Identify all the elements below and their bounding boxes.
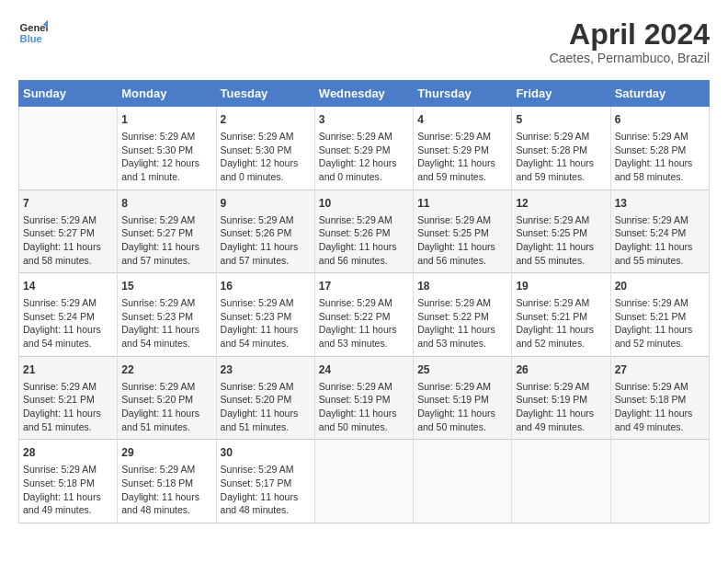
day-info: Sunrise: 5:29 AM Sunset: 5:29 PM Dayligh… xyxy=(417,130,507,184)
day-cell xyxy=(512,440,610,523)
location: Caetes, Pernambuco, Brazil xyxy=(550,51,710,65)
week-row: 1Sunrise: 5:29 AM Sunset: 5:30 PM Daylig… xyxy=(19,107,710,190)
day-info: Sunrise: 5:29 AM Sunset: 5:20 PM Dayligh… xyxy=(221,380,311,434)
day-cell: 1Sunrise: 5:29 AM Sunset: 5:30 PM Daylig… xyxy=(118,107,216,190)
day-number: 7 xyxy=(23,196,113,212)
header-day: Friday xyxy=(512,81,610,107)
day-info: Sunrise: 5:29 AM Sunset: 5:19 PM Dayligh… xyxy=(319,380,409,434)
header-day: Monday xyxy=(118,81,216,107)
day-number: 4 xyxy=(417,112,507,128)
day-info: Sunrise: 5:29 AM Sunset: 5:23 PM Dayligh… xyxy=(221,296,311,350)
day-cell: 26Sunrise: 5:29 AM Sunset: 5:19 PM Dayli… xyxy=(512,356,610,440)
day-info: Sunrise: 5:29 AM Sunset: 5:23 PM Dayligh… xyxy=(121,296,211,350)
day-cell xyxy=(414,440,512,523)
day-info: Sunrise: 5:29 AM Sunset: 5:22 PM Dayligh… xyxy=(319,296,409,350)
day-cell: 11Sunrise: 5:29 AM Sunset: 5:25 PM Dayli… xyxy=(414,190,512,273)
header-day: Thursday xyxy=(414,81,512,107)
header-day: Wednesday xyxy=(314,81,413,107)
day-number: 25 xyxy=(417,362,507,378)
day-cell: 12Sunrise: 5:29 AM Sunset: 5:25 PM Dayli… xyxy=(512,190,610,273)
day-cell: 9Sunrise: 5:29 AM Sunset: 5:26 PM Daylig… xyxy=(216,190,314,273)
day-number: 9 xyxy=(221,196,311,212)
logo: General Blue xyxy=(18,18,48,48)
day-number: 21 xyxy=(23,362,113,378)
day-number: 8 xyxy=(121,196,211,212)
day-cell: 4Sunrise: 5:29 AM Sunset: 5:29 PM Daylig… xyxy=(414,107,512,190)
day-info: Sunrise: 5:29 AM Sunset: 5:30 PM Dayligh… xyxy=(221,130,311,184)
day-number: 2 xyxy=(221,112,311,128)
day-info: Sunrise: 5:29 AM Sunset: 5:24 PM Dayligh… xyxy=(615,213,705,268)
month-title: April 2024 xyxy=(550,18,710,51)
day-number: 27 xyxy=(615,362,705,378)
day-info: Sunrise: 5:29 AM Sunset: 5:25 PM Dayligh… xyxy=(516,213,606,268)
day-info: Sunrise: 5:29 AM Sunset: 5:22 PM Dayligh… xyxy=(417,296,507,350)
day-info: Sunrise: 5:29 AM Sunset: 5:28 PM Dayligh… xyxy=(615,130,705,184)
week-row: 14Sunrise: 5:29 AM Sunset: 5:24 PM Dayli… xyxy=(19,273,710,357)
week-row: 7Sunrise: 5:29 AM Sunset: 5:27 PM Daylig… xyxy=(19,190,710,273)
day-number: 19 xyxy=(516,279,606,294)
day-number: 28 xyxy=(23,445,113,461)
svg-text:Blue: Blue xyxy=(20,33,42,44)
day-number: 30 xyxy=(221,445,311,461)
day-info: Sunrise: 5:29 AM Sunset: 5:19 PM Dayligh… xyxy=(516,380,606,434)
day-info: Sunrise: 5:29 AM Sunset: 5:18 PM Dayligh… xyxy=(121,463,211,517)
day-info: Sunrise: 5:29 AM Sunset: 5:29 PM Dayligh… xyxy=(319,130,409,184)
day-info: Sunrise: 5:29 AM Sunset: 5:18 PM Dayligh… xyxy=(615,380,705,434)
day-cell: 5Sunrise: 5:29 AM Sunset: 5:28 PM Daylig… xyxy=(512,107,610,190)
day-info: Sunrise: 5:29 AM Sunset: 5:27 PM Dayligh… xyxy=(121,213,211,268)
day-info: Sunrise: 5:29 AM Sunset: 5:26 PM Dayligh… xyxy=(221,213,311,268)
day-cell: 17Sunrise: 5:29 AM Sunset: 5:22 PM Dayli… xyxy=(314,273,413,357)
day-cell xyxy=(19,107,118,190)
day-number: 24 xyxy=(319,362,409,378)
day-info: Sunrise: 5:29 AM Sunset: 5:25 PM Dayligh… xyxy=(417,213,507,268)
day-info: Sunrise: 5:29 AM Sunset: 5:21 PM Dayligh… xyxy=(516,296,606,350)
day-cell: 18Sunrise: 5:29 AM Sunset: 5:22 PM Dayli… xyxy=(414,273,512,357)
day-info: Sunrise: 5:29 AM Sunset: 5:30 PM Dayligh… xyxy=(121,130,211,184)
calendar-table: SundayMondayTuesdayWednesdayThursdayFrid… xyxy=(18,80,710,523)
day-number: 1 xyxy=(121,112,211,128)
day-info: Sunrise: 5:29 AM Sunset: 5:18 PM Dayligh… xyxy=(23,463,113,517)
header-day: Sunday xyxy=(19,81,118,107)
day-number: 26 xyxy=(516,362,606,378)
day-number: 13 xyxy=(615,196,705,212)
day-cell xyxy=(314,440,413,523)
day-cell: 19Sunrise: 5:29 AM Sunset: 5:21 PM Dayli… xyxy=(512,273,610,357)
header-row: SundayMondayTuesdayWednesdayThursdayFrid… xyxy=(19,81,710,107)
page-header: General Blue April 2024 Caetes, Pernambu… xyxy=(18,18,710,65)
day-number: 17 xyxy=(319,279,409,294)
day-cell: 15Sunrise: 5:29 AM Sunset: 5:23 PM Dayli… xyxy=(118,273,216,357)
week-row: 28Sunrise: 5:29 AM Sunset: 5:18 PM Dayli… xyxy=(19,440,710,523)
day-info: Sunrise: 5:29 AM Sunset: 5:24 PM Dayligh… xyxy=(23,296,113,350)
day-cell: 24Sunrise: 5:29 AM Sunset: 5:19 PM Dayli… xyxy=(314,356,413,440)
day-number: 29 xyxy=(121,445,211,461)
day-number: 10 xyxy=(319,196,409,212)
day-cell: 3Sunrise: 5:29 AM Sunset: 5:29 PM Daylig… xyxy=(314,107,413,190)
day-number: 18 xyxy=(417,279,507,294)
day-number: 15 xyxy=(121,279,211,294)
day-number: 20 xyxy=(615,279,705,294)
day-cell: 10Sunrise: 5:29 AM Sunset: 5:26 PM Dayli… xyxy=(314,190,413,273)
day-number: 22 xyxy=(121,362,211,378)
day-number: 5 xyxy=(516,112,606,128)
day-number: 3 xyxy=(319,112,409,128)
day-cell: 14Sunrise: 5:29 AM Sunset: 5:24 PM Dayli… xyxy=(19,273,118,357)
logo-icon: General Blue xyxy=(18,18,48,48)
day-number: 23 xyxy=(221,362,311,378)
day-cell: 23Sunrise: 5:29 AM Sunset: 5:20 PM Dayli… xyxy=(216,356,314,440)
day-info: Sunrise: 5:29 AM Sunset: 5:21 PM Dayligh… xyxy=(615,296,705,350)
day-cell: 8Sunrise: 5:29 AM Sunset: 5:27 PM Daylig… xyxy=(118,190,216,273)
header-day: Saturday xyxy=(610,81,709,107)
day-cell: 25Sunrise: 5:29 AM Sunset: 5:19 PM Dayli… xyxy=(414,356,512,440)
day-number: 16 xyxy=(221,279,311,294)
day-cell: 6Sunrise: 5:29 AM Sunset: 5:28 PM Daylig… xyxy=(610,107,709,190)
day-cell: 28Sunrise: 5:29 AM Sunset: 5:18 PM Dayli… xyxy=(19,440,118,523)
day-cell: 16Sunrise: 5:29 AM Sunset: 5:23 PM Dayli… xyxy=(216,273,314,357)
day-info: Sunrise: 5:29 AM Sunset: 5:20 PM Dayligh… xyxy=(121,380,211,434)
day-cell: 30Sunrise: 5:29 AM Sunset: 5:17 PM Dayli… xyxy=(216,440,314,523)
title-block: April 2024 Caetes, Pernambuco, Brazil xyxy=(550,18,710,65)
day-number: 11 xyxy=(417,196,507,212)
day-number: 14 xyxy=(23,279,113,294)
day-cell: 13Sunrise: 5:29 AM Sunset: 5:24 PM Dayli… xyxy=(610,190,709,273)
day-cell: 7Sunrise: 5:29 AM Sunset: 5:27 PM Daylig… xyxy=(19,190,118,273)
day-info: Sunrise: 5:29 AM Sunset: 5:21 PM Dayligh… xyxy=(23,380,113,434)
